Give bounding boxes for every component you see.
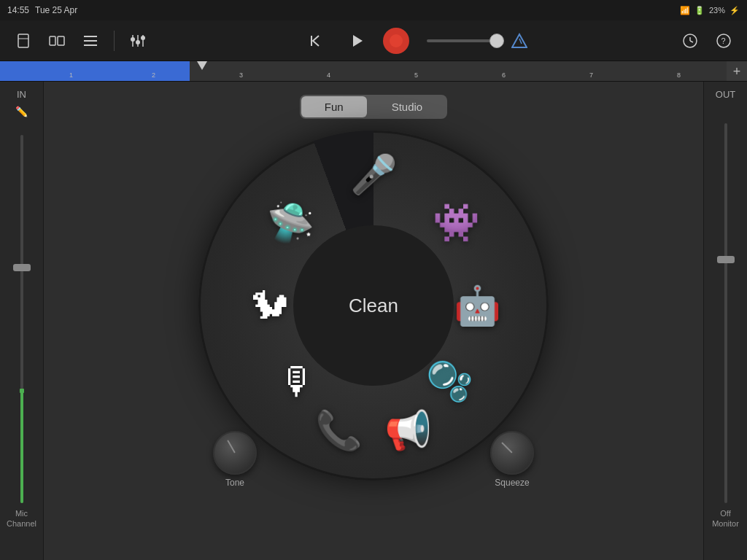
in-fader-thumb xyxy=(13,264,31,271)
ruler-mark-5: 5 xyxy=(414,71,418,79)
mode-tabs: Fun Studio xyxy=(300,95,447,119)
ruler-mark-8: 8 xyxy=(677,71,681,79)
ruler-mark-2: 2 xyxy=(152,71,155,79)
svg-rect-1 xyxy=(50,36,55,45)
volume-thumb xyxy=(489,34,504,48)
monitor-value: Off xyxy=(720,509,730,518)
ruler-mark-6: 6 xyxy=(502,71,506,79)
tab-fun[interactable]: Fun xyxy=(301,96,367,117)
voice-icon-squirrel[interactable]: 🐿 xyxy=(251,284,289,327)
channel-label: Channel xyxy=(7,519,36,531)
help-button[interactable]: ? xyxy=(711,28,737,54)
mic-label: Mic xyxy=(15,509,28,518)
squeeze-knob-label: Squeeze xyxy=(495,478,529,488)
toolbar: ? xyxy=(0,20,747,61)
svg-point-11 xyxy=(141,36,145,40)
status-date: Tue 25 Apr xyxy=(35,5,77,15)
wheel-center-label: Clean xyxy=(349,295,398,317)
tone-knob[interactable] xyxy=(213,431,257,475)
voice-icon-ufo[interactable]: 🛸 xyxy=(267,201,314,245)
svg-point-9 xyxy=(131,37,135,42)
charging-icon: ⚡ xyxy=(729,6,740,15)
svg-rect-0 xyxy=(18,34,28,47)
volume-track[interactable] xyxy=(427,39,500,42)
svg-point-10 xyxy=(136,40,140,44)
squeeze-knob[interactable] xyxy=(490,431,534,475)
voice-icon-monster[interactable]: 👾 xyxy=(433,201,480,245)
squeeze-knob-indicator xyxy=(501,442,513,454)
monitor-label: Monitor xyxy=(712,519,739,531)
play-button[interactable] xyxy=(342,26,371,55)
svg-line-17 xyxy=(690,41,693,42)
add-track-button[interactable]: + xyxy=(727,61,747,82)
ruler-mark-4: 4 xyxy=(327,71,330,79)
left-panel: IN ✏️ Mic Channel xyxy=(0,82,44,560)
main-content: IN ✏️ Mic Channel Fun Studio Clean xyxy=(0,82,747,560)
status-bar: 14:55 Tue 25 Apr 📶 🔋 23% ⚡ xyxy=(0,0,747,20)
right-panel: OUT Off Monitor xyxy=(703,82,747,560)
ruler-mark-3: 3 xyxy=(239,71,243,79)
svg-rect-2 xyxy=(58,36,64,45)
record-button[interactable] xyxy=(383,28,409,54)
tone-knob-container: Tone xyxy=(213,431,257,488)
voice-wheel-container: Clean 🎤 🛸 👾 🐿 xyxy=(198,131,549,481)
ruler-mark-7: 7 xyxy=(589,71,593,79)
rewind-button[interactable] xyxy=(301,26,330,55)
playhead-marker xyxy=(197,61,207,70)
voice-wheel[interactable]: Clean 🎤 🛸 👾 🐿 xyxy=(198,131,549,481)
record-dot xyxy=(390,34,403,47)
wifi-icon: 📶 xyxy=(680,6,690,15)
in-fader[interactable] xyxy=(20,135,23,503)
center-panel: Fun Studio Clean 🎤 🛸 xyxy=(44,82,703,560)
toolbar-divider-1 xyxy=(114,31,115,51)
voice-icon-megaphone[interactable]: 📢 xyxy=(384,408,432,452)
voice-icon-handheld-mic[interactable]: 🎙 xyxy=(279,359,317,403)
in-label: IN xyxy=(17,89,26,100)
metronome-button[interactable] xyxy=(511,33,527,49)
new-document-button[interactable] xyxy=(10,28,36,54)
out-fader-thumb xyxy=(717,256,735,263)
squeeze-knob-container: Squeeze xyxy=(490,431,534,488)
in-fader-indicator xyxy=(20,389,24,393)
status-time: 14:55 xyxy=(7,5,29,15)
tone-knob-indicator xyxy=(227,440,236,453)
voice-icon-telephone[interactable]: 📞 xyxy=(315,408,363,452)
ruler-mark-1: 1 xyxy=(69,71,73,79)
voice-icon-bubbles[interactable]: 🫧 xyxy=(426,359,473,404)
svg-text:?: ? xyxy=(721,36,726,45)
wheel-inner-circle: Clean xyxy=(293,225,454,386)
out-label: OUT xyxy=(716,89,735,100)
tone-knob-label: Tone xyxy=(225,478,244,488)
timeline-ruler: 1 2 3 4 5 6 7 8 xyxy=(0,61,747,81)
svg-marker-13 xyxy=(512,34,527,47)
tracks-view-button[interactable] xyxy=(77,28,104,54)
voice-icon-microphone[interactable]: 🎤 xyxy=(350,152,398,196)
layout-toggle-button[interactable] xyxy=(44,28,70,54)
in-fader-level xyxy=(20,393,23,504)
battery-percent: 23% xyxy=(709,6,725,15)
svg-line-14 xyxy=(519,39,522,44)
clock-button[interactable] xyxy=(677,28,703,54)
out-fader[interactable] xyxy=(724,123,727,503)
bottom-controls: Tone Squeeze xyxy=(198,431,549,488)
battery-icon: 🔋 xyxy=(694,6,705,15)
tab-studio[interactable]: Studio xyxy=(368,96,446,117)
mic-pencil-icon: ✏️ xyxy=(15,106,28,117)
voice-icon-robot[interactable]: 🤖 xyxy=(454,284,501,328)
timeline: 1 2 3 4 5 6 7 8 + xyxy=(0,61,747,82)
mixer-button[interactable] xyxy=(125,28,151,54)
